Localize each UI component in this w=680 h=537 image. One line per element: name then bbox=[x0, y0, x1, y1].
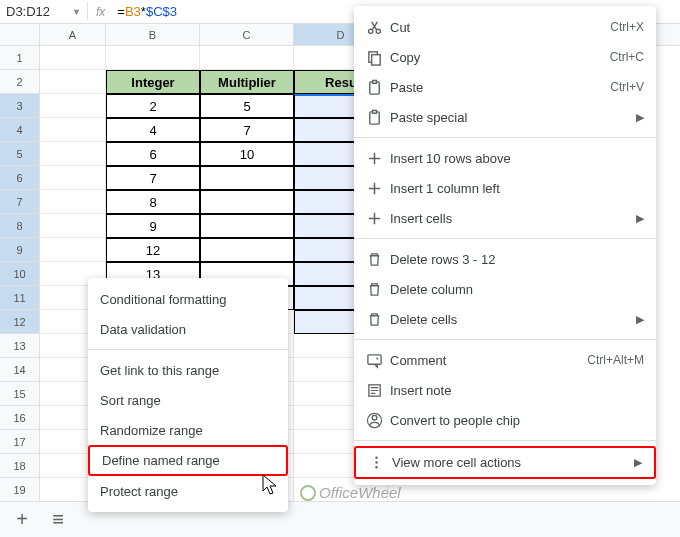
svg-rect-8 bbox=[368, 354, 381, 363]
row-header[interactable]: 19 bbox=[0, 478, 39, 502]
menu-item[interactable]: CommentCtrl+Alt+M bbox=[354, 345, 656, 375]
menu-item[interactable]: Insert 1 column left bbox=[354, 173, 656, 203]
cell[interactable] bbox=[40, 46, 106, 70]
menu-item[interactable]: Randomize range bbox=[88, 415, 288, 445]
row-header[interactable]: 5 bbox=[0, 142, 39, 166]
cell[interactable]: 5 bbox=[200, 94, 294, 118]
plus-icon bbox=[366, 180, 390, 197]
cell[interactable]: 2 bbox=[106, 94, 200, 118]
chevron-down-icon: ▼ bbox=[72, 7, 81, 17]
menu-item[interactable]: Delete column bbox=[354, 274, 656, 304]
paste-icon bbox=[366, 109, 390, 126]
menu-item[interactable]: Define named range bbox=[88, 445, 288, 476]
comment-icon bbox=[366, 352, 390, 369]
row-header[interactable]: 1 bbox=[0, 46, 39, 70]
col-header-c[interactable]: C bbox=[200, 24, 294, 45]
row-header[interactable]: 14 bbox=[0, 358, 39, 382]
cell[interactable]: 7 bbox=[200, 118, 294, 142]
formula-bar[interactable]: =B3*$C$3 bbox=[113, 2, 181, 21]
menu-item[interactable]: Insert 10 rows above bbox=[354, 143, 656, 173]
row-header[interactable]: 10 bbox=[0, 262, 39, 286]
menu-item[interactable]: View more cell actions▶ bbox=[354, 446, 656, 479]
svg-point-14 bbox=[375, 466, 377, 468]
menu-item[interactable]: Insert note bbox=[354, 375, 656, 405]
menu-item[interactable]: CutCtrl+X bbox=[354, 12, 656, 42]
cell[interactable] bbox=[40, 70, 106, 94]
shortcut: Ctrl+Alt+M bbox=[587, 353, 644, 367]
menu-item[interactable]: Sort range bbox=[88, 385, 288, 415]
name-box[interactable]: D3:D12 ▼ bbox=[0, 2, 88, 21]
col-header-b[interactable]: B bbox=[106, 24, 200, 45]
cell[interactable] bbox=[200, 46, 294, 70]
svg-point-13 bbox=[375, 461, 377, 463]
svg-point-1 bbox=[376, 29, 380, 33]
row-header[interactable]: 3 bbox=[0, 94, 39, 118]
fx-label: fx bbox=[88, 5, 113, 19]
cell[interactable]: 4 bbox=[106, 118, 200, 142]
trash-icon bbox=[366, 311, 390, 328]
row-header[interactable]: 6 bbox=[0, 166, 39, 190]
row-header[interactable]: 2 bbox=[0, 70, 39, 94]
cell[interactable] bbox=[106, 46, 200, 70]
cell[interactable]: 12 bbox=[106, 238, 200, 262]
row-header[interactable]: 4 bbox=[0, 118, 39, 142]
select-all-cell[interactable] bbox=[0, 24, 40, 45]
cell[interactable] bbox=[40, 166, 106, 190]
cell[interactable] bbox=[200, 238, 294, 262]
cell[interactable] bbox=[200, 190, 294, 214]
cell[interactable]: 8 bbox=[106, 190, 200, 214]
add-sheet-button[interactable]: + bbox=[10, 508, 34, 531]
col-header-a[interactable]: A bbox=[40, 24, 106, 45]
svg-point-12 bbox=[375, 457, 377, 459]
cell[interactable] bbox=[200, 166, 294, 190]
menu-item[interactable]: Convert to people chip bbox=[354, 405, 656, 435]
menu-item[interactable]: Data validation bbox=[88, 314, 288, 344]
menu-item[interactable]: Get link to this range bbox=[88, 355, 288, 385]
menu-item[interactable]: Insert cells▶ bbox=[354, 203, 656, 233]
row-header[interactable]: 8 bbox=[0, 214, 39, 238]
row-header[interactable]: 11 bbox=[0, 286, 39, 310]
menu-item[interactable]: CopyCtrl+C bbox=[354, 42, 656, 72]
menu-item[interactable]: Delete rows 3 - 12 bbox=[354, 244, 656, 274]
menu-item[interactable]: Delete cells▶ bbox=[354, 304, 656, 334]
chevron-right-icon: ▶ bbox=[636, 313, 644, 326]
trash-icon bbox=[366, 251, 390, 268]
copy-icon bbox=[366, 49, 390, 66]
cell[interactable] bbox=[40, 238, 106, 262]
shortcut: Ctrl+V bbox=[610, 80, 644, 94]
context-menu: CutCtrl+XCopyCtrl+CPasteCtrl+VPaste spec… bbox=[354, 6, 656, 485]
cell[interactable]: 6 bbox=[106, 142, 200, 166]
menu-item[interactable]: Conditional formatting bbox=[88, 284, 288, 314]
shortcut: Ctrl+X bbox=[610, 20, 644, 34]
chevron-right-icon: ▶ bbox=[636, 111, 644, 124]
cell[interactable]: 10 bbox=[200, 142, 294, 166]
cell[interactable] bbox=[40, 214, 106, 238]
row-header[interactable]: 15 bbox=[0, 382, 39, 406]
menu-item[interactable]: Paste special▶ bbox=[354, 102, 656, 132]
cell[interactable] bbox=[40, 94, 106, 118]
row-header[interactable]: 17 bbox=[0, 430, 39, 454]
cell[interactable]: 9 bbox=[106, 214, 200, 238]
menu-item[interactable]: Protect range bbox=[88, 476, 288, 506]
cut-icon bbox=[366, 19, 390, 36]
cell[interactable] bbox=[40, 118, 106, 142]
cell[interactable]: Integer bbox=[106, 70, 200, 94]
note-icon bbox=[366, 382, 390, 399]
cell[interactable] bbox=[40, 190, 106, 214]
plus-icon bbox=[366, 150, 390, 167]
cell[interactable]: Multiplier bbox=[200, 70, 294, 94]
cell[interactable]: 7 bbox=[106, 166, 200, 190]
svg-rect-3 bbox=[372, 54, 381, 64]
menu-item[interactable]: PasteCtrl+V bbox=[354, 72, 656, 102]
row-header[interactable]: 16 bbox=[0, 406, 39, 430]
row-header[interactable]: 7 bbox=[0, 190, 39, 214]
row-header[interactable]: 12 bbox=[0, 310, 39, 334]
cell[interactable] bbox=[200, 214, 294, 238]
row-header[interactable]: 18 bbox=[0, 454, 39, 478]
shortcut: Ctrl+C bbox=[610, 50, 644, 64]
row-header[interactable]: 9 bbox=[0, 238, 39, 262]
submenu-cell-actions: Conditional formattingData validationGet… bbox=[88, 278, 288, 512]
cell[interactable] bbox=[40, 142, 106, 166]
all-sheets-button[interactable]: ≡ bbox=[46, 508, 70, 531]
row-header[interactable]: 13 bbox=[0, 334, 39, 358]
